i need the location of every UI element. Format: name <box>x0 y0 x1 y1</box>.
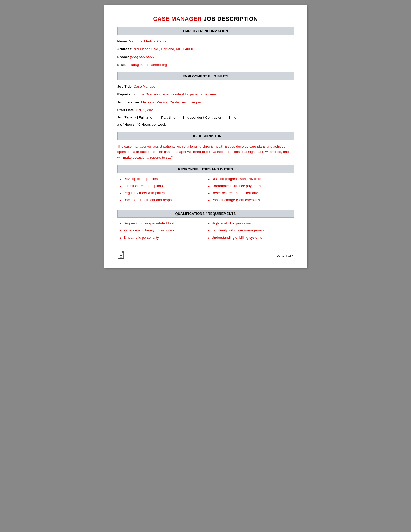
contractor-checkbox <box>180 116 184 119</box>
qualifications-header: QUALIFICATIONS / REQUIREMENTS <box>117 210 294 218</box>
fulltime-label: Full-time <box>139 116 152 119</box>
hours-value: 40 Hours per week <box>137 123 166 127</box>
list-item: Understanding of billing systems <box>208 236 294 241</box>
name-label: Name <box>117 39 127 43</box>
list-item: Regularly meet with patients <box>120 191 206 196</box>
employer-header: EMPLOYER INFORMATION <box>117 27 294 35</box>
reports-value: Lupe Gonzalez, vice president for patien… <box>137 92 217 96</box>
phone-label: Phone <box>117 55 128 59</box>
address-value: 789 Ocean Blvd., Portland, ME, 04000 <box>133 47 193 51</box>
hours-label: # of Hours <box>117 123 135 127</box>
checkbox-group: ⩰ Full-time Part-time Independent Contra… <box>134 116 239 119</box>
parttime-label: Part-time <box>161 116 176 119</box>
employment-info: Job Title: Case Manager Reports to: Lupe… <box>117 84 294 127</box>
list-item: Discuss progress with providers <box>208 177 294 182</box>
title-red-part: CASE MANAGER <box>153 16 202 22</box>
employer-section: EMPLOYER INFORMATION Name: Memorial Medi… <box>117 27 294 68</box>
employment-section: EMPLOYMENT ELIGIBILITY Job Title: Case M… <box>117 72 294 127</box>
qualifications-section: QUALIFICATIONS / REQUIREMENTS Degree in … <box>117 210 294 243</box>
location-label: Job Location <box>117 100 139 104</box>
employment-header: EMPLOYMENT ELIGIBILITY <box>117 72 294 80</box>
location-line: Job Location: Memorial Medical Center ma… <box>117 100 294 105</box>
employer-email-line: E-Mail: staff@memorialmed.org <box>117 62 294 68</box>
responsibilities-list: Develop client profiles Establish treatm… <box>117 177 294 205</box>
start-date-value: Oct. 1, 2021 <box>136 108 155 112</box>
title-black-part: JOB DESCRIPTION <box>202 16 258 22</box>
contractor-option: Independent Contractor <box>180 116 221 119</box>
parttime-checkbox <box>157 116 160 119</box>
list-item: Develop client profiles <box>120 177 206 182</box>
page-title: CASE MANAGER JOB DESCRIPTION <box>117 16 294 22</box>
page-number: Page 1 of 1 <box>277 254 294 258</box>
list-item: Research treatment alternatives <box>208 191 294 196</box>
employer-phone-line: Phone: (555) 555-5555 <box>117 55 294 60</box>
responsibilities-left-list: Develop client profiles Establish treatm… <box>120 177 206 203</box>
document-page: CASE MANAGER JOB DESCRIPTION EMPLOYER IN… <box>104 5 307 268</box>
list-item: Document treatment and response <box>120 198 206 203</box>
list-item: Patience with heavy bureaucracy <box>120 228 206 233</box>
list-item: Familiarity with case management <box>208 228 294 233</box>
job-title-line: Job Title: Case Manager <box>117 84 294 89</box>
employer-address-line: Address: 789 Ocean Blvd., Portland, ME, … <box>117 46 294 52</box>
employer-info: Name: Memorial Medical Center Address: 7… <box>117 39 294 68</box>
qualifications-left-col: Degree in nursing or related field Patie… <box>117 221 206 243</box>
list-item: Post-discharge client check-ins <box>208 198 294 203</box>
intern-option: Intern <box>226 116 240 119</box>
name-value: Memorial Medical Center <box>129 39 168 43</box>
contractor-label: Independent Contractor <box>185 116 221 119</box>
fulltime-checkbox: ⩰ <box>134 116 138 119</box>
qualifications-list: Degree in nursing or related field Patie… <box>117 221 294 243</box>
phone-value: (555) 555-5555 <box>130 55 154 59</box>
svg-point-2 <box>120 255 121 255</box>
list-item: High level of organization <box>208 221 294 226</box>
fulltime-option: ⩰ Full-time <box>134 116 152 119</box>
qualifications-right-list: High level of organization Familiarity w… <box>208 221 294 241</box>
job-desc-section: JOB DESCRIPTION The case manager will as… <box>117 132 294 161</box>
location-value: Memorial Medical Center main campus <box>141 100 202 104</box>
address-label: Address <box>117 47 131 51</box>
job-type-line: Job Type: ⩰ Full-time Part-time Independ… <box>117 115 294 119</box>
document-footer: Page 1 of 1 <box>117 251 294 261</box>
footer-logo-icon <box>117 251 125 261</box>
job-description-text: The case manager will assist patients wi… <box>117 144 294 161</box>
hours-line: # of Hours: 40 Hours per week <box>117 122 294 127</box>
list-item: Empathetic personality <box>120 236 206 241</box>
job-title-label: Job Title <box>117 84 132 88</box>
responsibilities-left-col: Develop client profiles Establish treatm… <box>117 177 206 205</box>
reports-to-line: Reports to: Lupe Gonzalez, vice presiden… <box>117 92 294 97</box>
qualifications-left-list: Degree in nursing or related field Patie… <box>120 221 206 241</box>
intern-label: Intern <box>231 116 240 119</box>
parttime-option: Part-time <box>157 116 176 119</box>
email-label: E-Mail <box>117 63 128 67</box>
start-date-label: Start Date <box>117 108 134 112</box>
reports-label: Reports to <box>117 92 135 96</box>
responsibilities-section: RESPONSIBILITIES AND DUTIES Develop clie… <box>117 165 294 205</box>
email-value: staff@memorialmed.org <box>130 63 167 67</box>
qualifications-right-col: High level of organization Familiarity w… <box>206 221 294 243</box>
intern-checkbox <box>226 116 230 119</box>
responsibilities-right-list: Discuss progress with providers Coordina… <box>208 177 294 203</box>
start-date-line: Start Date: Oct. 1, 2021 <box>117 108 294 113</box>
responsibilities-header: RESPONSIBILITIES AND DUTIES <box>117 165 294 173</box>
job-title-value: Case Manager <box>133 84 157 88</box>
list-item: Degree in nursing or related field <box>120 221 206 226</box>
responsibilities-right-col: Discuss progress with providers Coordina… <box>206 177 294 205</box>
list-item: Coordinate insurance payments <box>208 184 294 189</box>
job-type-label: Job Type <box>117 115 132 119</box>
list-item: Establish treatment plans <box>120 184 206 189</box>
job-desc-header: JOB DESCRIPTION <box>117 132 294 140</box>
employer-name-line: Name: Memorial Medical Center <box>117 39 294 44</box>
